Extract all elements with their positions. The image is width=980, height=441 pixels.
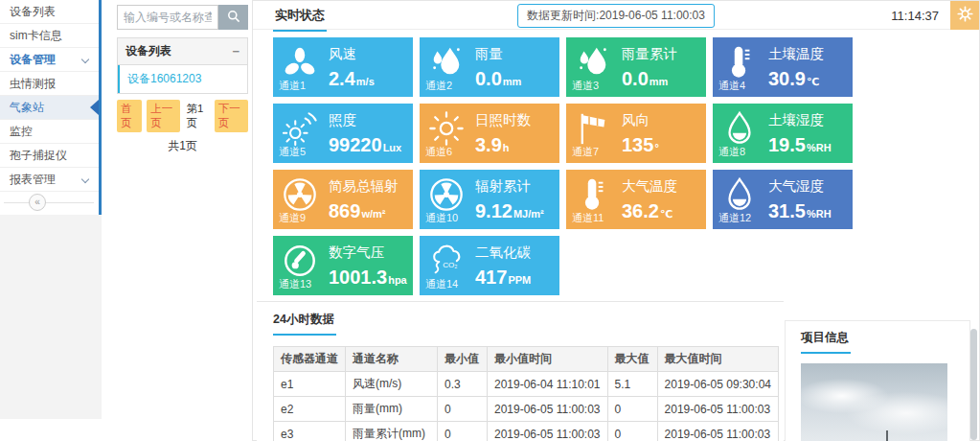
channel-label: 通道4 — [718, 79, 745, 93]
sidebar-item-device-mgmt[interactable]: 设备管理 — [0, 48, 102, 72]
card-wind-direction: 通道7 风向 135° — [566, 104, 706, 163]
sensor-name: 大气温度 — [622, 177, 700, 196]
channel-label: 通道11 — [572, 211, 604, 225]
sensor-value: 0.0 — [622, 68, 649, 89]
card-soil-humidity: 通道8 土壤湿度 19.5%RH — [713, 104, 853, 163]
radiation-icon — [428, 176, 465, 213]
sidebar-item-weather-station[interactable]: 气象站 — [0, 96, 102, 120]
sensor-name: 风向 — [622, 111, 700, 129]
table-row: e3雨量累计(mm)02019-06-05 11:00:0302019-06-0… — [274, 422, 779, 441]
sidebar-item-report-mgmt[interactable]: 报表管理 — [0, 168, 102, 192]
sensor-unit: ℃ — [660, 208, 672, 220]
device-list-item[interactable]: 设备16061203 — [118, 65, 247, 93]
channel-label: 通道13 — [279, 277, 311, 291]
chevron-down-icon — [81, 56, 89, 63]
data-update-time-badge: 数据更新时间:2019-06-05 11:00:03 — [517, 4, 715, 28]
sidebar-item-sim-info[interactable]: sim卡信息 — [0, 24, 102, 48]
thermometer-icon — [721, 44, 758, 81]
sidebar-item-spore-catcher[interactable]: 孢子捕捉仪 — [0, 144, 102, 168]
sensor-name: 大气湿度 — [768, 177, 847, 196]
sensor-cards-grid: 通道1 风速 2.4m/s 通道2 雨量 0.0mm 通道3 雨量累计 0.0m… — [273, 37, 853, 295]
pagination-first-button[interactable]: 首页 — [117, 100, 142, 132]
card-air-temperature: 通道11 大气温度 36.2℃ — [566, 170, 706, 229]
water-drop-icon — [721, 110, 758, 147]
sensor-name: 雨量 — [475, 45, 554, 63]
sidebar-item-monitoring[interactable]: 监控 — [0, 120, 102, 144]
illuminance-sun-icon — [282, 110, 318, 147]
svg-text:CO₂: CO₂ — [443, 261, 457, 269]
sensor-unit: m/s — [356, 76, 375, 87]
gear-icon — [957, 6, 973, 25]
channel-label: 通道2 — [425, 79, 452, 93]
pagination-prev-button[interactable]: 上一页 — [147, 100, 180, 132]
sun-icon — [428, 110, 465, 147]
divider — [4, 202, 94, 203]
day-data-title: 24小时数据 — [273, 312, 336, 336]
sensor-value: 1001.3 — [329, 267, 387, 288]
sensor-name: 土壤湿度 — [768, 111, 847, 129]
selected-arrow-icon — [90, 100, 99, 115]
radiation-icon — [282, 176, 318, 213]
sensor-value: 417 — [475, 267, 507, 288]
card-soil-temperature: 通道4 土壤温度 30.9℃ — [713, 37, 853, 97]
main-panel: 实时状态 数据更新时间:2019-06-05 11:00:03 11:14:37… — [252, 0, 980, 441]
card-wind-speed: 通道1 风速 2.4m/s — [273, 37, 413, 97]
sensor-name: 数字气压 — [329, 244, 407, 262]
sensor-unit: w/m² — [361, 208, 385, 220]
sidebar-collapse-toggle[interactable]: « — [29, 194, 46, 211]
project-info-title: 项目信息 — [801, 330, 851, 354]
channel-label: 通道6 — [425, 145, 452, 159]
channel-label: 通道3 — [572, 79, 599, 93]
sensor-name: 简易总辐射 — [329, 177, 407, 196]
water-drop-icon — [721, 176, 758, 213]
card-illuminance: 通道5 照度 99220Lux — [273, 104, 413, 163]
raindrops-icon — [428, 44, 465, 81]
pagination-next-button[interactable]: 下一页 — [215, 100, 248, 132]
sensor-unit: hpa — [388, 274, 407, 286]
channel-label: 通道1 — [279, 79, 306, 93]
channel-label: 通道9 — [279, 211, 306, 225]
search-button[interactable] — [218, 5, 248, 30]
col-header: 传感器通道 — [274, 347, 346, 372]
channel-label: 通道8 — [718, 145, 745, 159]
sidebar-accent-edge — [99, 0, 102, 215]
col-header: 最小值 — [438, 347, 488, 372]
pressure-gauge-icon — [282, 243, 318, 279]
thermometer-icon — [575, 176, 611, 213]
sidebar-filler — [0, 215, 102, 419]
pagination: 首页 上一页 第1页 下一页 — [117, 100, 248, 132]
main-header: 实时状态 数据更新时间:2019-06-05 11:00:03 11:14:37 — [253, 1, 979, 30]
table-row: e1风速(m/s)0.32019-06-04 11:10:015.12019-0… — [274, 372, 779, 397]
pagination-current-page: 第1页 — [185, 100, 209, 132]
day-data-section: 24小时数据 传感器通道 通道名称 最小值 最小值时间 最大值 最大值时间 e1… — [257, 301, 784, 441]
col-header: 最小值时间 — [488, 347, 608, 372]
sensor-unit: h — [503, 142, 510, 153]
fan-icon — [282, 44, 318, 81]
sensor-value: 0.0 — [475, 68, 502, 89]
device-list-title: 设备列表 — [125, 43, 171, 59]
tab-realtime-status[interactable]: 实时状态 — [273, 7, 327, 32]
sensor-unit: mm — [650, 76, 669, 87]
sensor-value: 31.5 — [768, 200, 806, 221]
sensor-unit: MJ/m² — [513, 208, 544, 220]
col-header: 最大值 — [607, 347, 657, 372]
project-photo — [801, 363, 947, 441]
settings-button[interactable] — [950, 1, 979, 30]
table-row: e2雨量(mm)02019-06-05 11:00:0302019-06-05 … — [274, 397, 779, 422]
card-co2: CO₂ 通道14 二氧化碳 417PPM — [420, 236, 559, 295]
channel-label: 通道7 — [572, 145, 599, 159]
sensor-unit: ° — [654, 142, 658, 153]
sensor-unit: %RH — [807, 142, 832, 153]
sensor-value: 99220 — [329, 134, 382, 155]
sensor-value: 869 — [329, 200, 360, 221]
sidebar-item-device-list[interactable]: 设备列表 — [0, 0, 102, 24]
search-input[interactable] — [117, 5, 218, 30]
search-icon — [226, 9, 241, 27]
channel-label: 通道14 — [425, 277, 458, 291]
sensor-name: 照度 — [329, 111, 407, 129]
sensor-name: 二氧化碳 — [475, 244, 554, 262]
vertical-scrollbar-thumb[interactable] — [970, 329, 977, 440]
sidebar-item-insect-report[interactable]: 虫情测报 — [0, 72, 102, 96]
sensor-value: 135 — [622, 134, 653, 155]
collapse-minus-icon[interactable]: − — [232, 47, 239, 57]
